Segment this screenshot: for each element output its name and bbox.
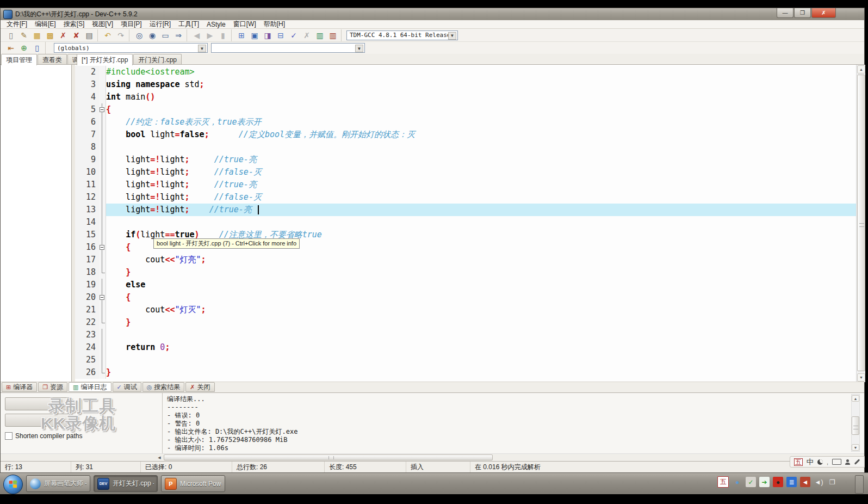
scroll-left-icon[interactable]: ◀	[156, 454, 163, 460]
menu-item-1[interactable]: 编辑[E]	[31, 20, 60, 29]
log-scroll-thumb[interactable]	[852, 416, 859, 435]
goto-line-button[interactable]: ⇒	[172, 29, 185, 41]
code-line[interactable]: 24 return 0;	[75, 341, 856, 354]
ime-wubi-icon[interactable]: 五	[794, 458, 803, 466]
fold-margin[interactable]	[99, 66, 106, 78]
code-line[interactable]: 11 light=!light; //true-亮	[75, 179, 856, 191]
editor-scroll-thumb[interactable]	[857, 75, 865, 371]
fold-margin[interactable]	[99, 166, 106, 179]
code-line[interactable]: 8	[75, 141, 856, 153]
ime-language-bar[interactable]: 五 中 ,	[790, 456, 865, 468]
fold-margin[interactable]	[99, 366, 106, 379]
taskbar-button-0[interactable]: 屏幕画笔大师 - ...	[26, 475, 90, 492]
code-line[interactable]: 3using namespace std;	[75, 78, 856, 91]
tray-media-list-icon[interactable]: ≣	[786, 477, 797, 487]
unit-add-button[interactable]: ⊕	[17, 42, 30, 54]
restore-button[interactable]: ❐	[794, 8, 811, 18]
new-file-button[interactable]: ▯	[4, 29, 17, 41]
editor-vertical-scrollbar[interactable]: ▲ ▼	[856, 65, 865, 382]
fold-margin[interactable]	[99, 141, 106, 153]
code-line[interactable]: 10 light=!light; //false-灭	[75, 166, 856, 179]
fold-margin[interactable]	[99, 341, 106, 354]
bottom-tab-1[interactable]: ❐资源	[38, 382, 67, 392]
code-line[interactable]: 26}	[75, 366, 856, 379]
ime-settings-wrench-icon[interactable]	[854, 459, 860, 465]
fold-margin[interactable]	[99, 91, 106, 103]
code-line[interactable]: 4int main()	[75, 91, 856, 103]
fold-margin[interactable]	[99, 291, 106, 304]
menu-item-0[interactable]: 文件[F]	[3, 20, 31, 29]
replace-button[interactable]: ▭	[159, 29, 172, 41]
globals-select[interactable]: (globals) ▼	[54, 43, 208, 53]
log-vertical-scrollbar[interactable]: ▲ ▼	[851, 394, 860, 452]
ime-chinese-icon[interactable]: 中	[807, 457, 814, 467]
taskbar-button-2[interactable]: PMicrosoft Powe...	[161, 475, 225, 492]
code-line[interactable]: 9 light=!light; //true-亮	[75, 153, 856, 166]
fold-margin[interactable]	[99, 254, 106, 266]
menu-item-2[interactable]: 搜索[S]	[60, 20, 89, 29]
new-source-button[interactable]: ✎	[17, 29, 30, 41]
chevron-down-icon[interactable]: ▼	[198, 45, 206, 52]
save-all-button[interactable]: ▩	[44, 29, 57, 41]
taskbar-button-1[interactable]: DEV开灯关灯.cpp - D...	[94, 475, 158, 492]
code-line[interactable]: 20 {	[75, 291, 856, 304]
menu-item-3[interactable]: 视图[V]	[88, 20, 117, 29]
syntax-check-button[interactable]: ✓	[287, 29, 300, 41]
menu-item-5[interactable]: 运行[R]	[146, 20, 175, 29]
pin-button[interactable]: ▮	[216, 29, 230, 41]
unit-book-button[interactable]: ▯	[30, 42, 44, 54]
tray-download-arrow-icon[interactable]: ➔	[759, 477, 770, 487]
title-bar[interactable]: D:\我的C++\开灯关灯.cpp - Dev-C++ 5.9.2 — ❐ ✗	[1, 8, 864, 20]
menu-item-6[interactable]: 工具[T]	[175, 20, 203, 29]
log-horizontal-scrollbar[interactable]: ◀ ▶	[1, 453, 864, 461]
tray-volume-icon[interactable]: ◄)	[814, 477, 824, 487]
code-line[interactable]: 12 light=!light; //false-灭	[75, 191, 856, 204]
ime-fullwidth-moon-icon[interactable]	[817, 459, 823, 465]
save-button[interactable]: ▦	[30, 29, 44, 41]
menu-item-9[interactable]: 帮助[H]	[260, 20, 289, 29]
fold-margin[interactable]	[99, 78, 106, 91]
minimize-button[interactable]: —	[777, 8, 793, 18]
scroll-up-icon[interactable]: ▲	[857, 65, 865, 73]
fold-margin[interactable]	[99, 329, 106, 341]
fold-margin[interactable]	[99, 304, 106, 316]
code-line[interactable]: 14	[75, 216, 856, 229]
ime-punctuation-icon[interactable]: ,	[827, 459, 828, 465]
fold-margin[interactable]	[99, 316, 106, 329]
compile-button[interactable]: ⊞	[235, 29, 248, 41]
menu-item-7[interactable]: AStyle	[203, 21, 230, 28]
back-button[interactable]: ◀	[190, 29, 203, 41]
rebuild-button[interactable]: ⊟	[274, 29, 287, 41]
code-line[interactable]: 5{	[75, 103, 856, 116]
code-editor[interactable]: 2#include<iostream>3using namespace std;…	[75, 65, 865, 382]
redo-button[interactable]: ↷	[114, 29, 127, 41]
scroll-down-icon[interactable]: ▼	[852, 444, 859, 451]
fold-collapse-icon[interactable]	[100, 107, 104, 112]
profile-delete-button[interactable]: ▥	[326, 29, 339, 41]
tray-kk-audio-icon[interactable]: ◄	[800, 477, 810, 487]
show-desktop-button[interactable]	[855, 475, 864, 494]
chevron-down-icon[interactable]: ▼	[448, 32, 456, 40]
members-select[interactable]: ▼	[211, 43, 365, 53]
find-in-files-button[interactable]: ◉	[146, 29, 159, 41]
shorten-paths-checkbox[interactable]	[5, 432, 13, 440]
editor-tab-0[interactable]: [*] 开灯关灯.cpp	[77, 54, 133, 65]
bottom-tab-0[interactable]: ⊞编译器	[2, 382, 37, 392]
sidebar-tab-0[interactable]: 项目管理	[1, 54, 37, 65]
compiler-select[interactable]: TDM-GCC 4.8.1 64-bit Release ▼	[346, 30, 458, 40]
fold-margin[interactable]	[99, 266, 106, 279]
ime-user-icon[interactable]	[845, 463, 850, 465]
close-file-button[interactable]: ✗	[57, 29, 70, 41]
tray-kk-recorder-icon[interactable]: ●	[773, 477, 783, 487]
fold-margin[interactable]	[99, 128, 106, 141]
bottom-tab-4[interactable]: ◎搜索结果	[142, 382, 185, 392]
abort-button[interactable]: ✗	[300, 29, 313, 41]
scroll-up-icon[interactable]: ▲	[852, 395, 859, 402]
code-line[interactable]: 22 }	[75, 316, 856, 329]
undo-button[interactable]: ↶	[101, 29, 114, 41]
fold-margin[interactable]	[99, 204, 106, 216]
profile-button[interactable]: ▥	[313, 29, 326, 41]
tray-network-globe-icon[interactable]: ●	[732, 477, 742, 487]
log-hscroll-thumb[interactable]	[164, 454, 493, 460]
code-line[interactable]: 19 else	[75, 279, 856, 291]
